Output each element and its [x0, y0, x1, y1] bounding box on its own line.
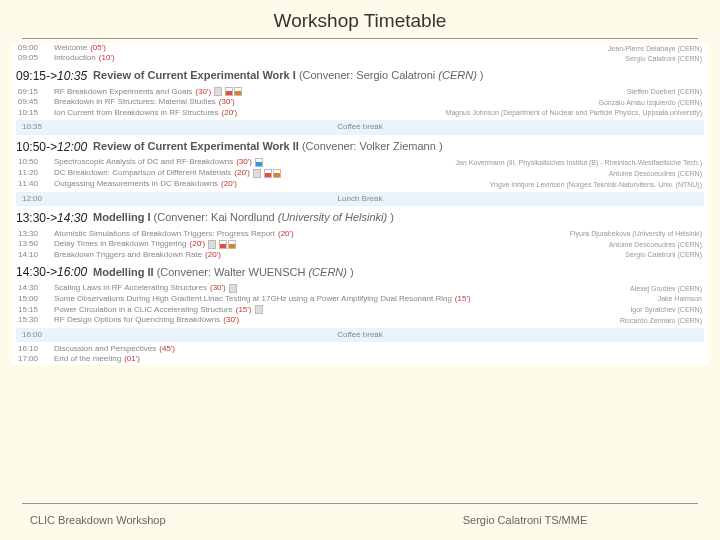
talk-name: Scaling Laws in RF Accelerating Structur…: [54, 284, 630, 293]
session-header-1: 09:15->10:35 Review of Current Experimen…: [16, 68, 704, 85]
author: Riccardo Zennaro (CERN): [620, 317, 702, 324]
intro-row: 09:00 Welcome (05') Jean-Pierre Delahaye…: [16, 43, 704, 53]
slides-icon[interactable]: [208, 240, 216, 249]
author: Sergio Calatroni (CERN): [625, 55, 702, 62]
slides-icon[interactable]: [255, 305, 263, 314]
talk-name: DC Breakdown: Comparison of Different Ma…: [54, 169, 609, 178]
talk-name: Outgassing Measurements in DC Breakdowns…: [54, 180, 489, 188]
time-cell: 10:15: [18, 109, 54, 117]
table-row: 15:30 RF Design Options for Quenching Br…: [16, 315, 704, 325]
footer: CLIC Breakdown Workshop Sergio Calatroni…: [0, 514, 720, 526]
time-cell: 17:00: [18, 355, 54, 363]
time-cell: 09:00: [18, 44, 54, 52]
table-row: 15:15 Power Circulation in a CLIC Accele…: [16, 304, 704, 315]
time-cell: 09:45: [18, 98, 54, 106]
divider-top: [22, 38, 698, 39]
talk-name: RF Design Options for Quenching Breakdow…: [54, 316, 620, 324]
break-row: 16:00Coffee break: [16, 328, 704, 342]
table-row: 09:15 RF Breakdown Experiments and Goals…: [16, 86, 704, 97]
time-cell: 11:20: [18, 169, 54, 177]
session-header-4: 14:30->16:00 Modelling II (Convener: Wal…: [16, 264, 704, 281]
talk-name: Breakdown in RF Structures: Material Stu…: [54, 98, 599, 106]
talk-name: Atomistic Simulations of Breakdown Trigg…: [54, 230, 570, 238]
table-row: 16:10 Discussion and Perspectives (45'): [16, 344, 704, 354]
talk-name: Introduction (10'): [54, 54, 625, 62]
slides-icon[interactable]: [253, 169, 261, 178]
table-row: 13:30 Atomistic Simulations of Breakdown…: [16, 229, 704, 239]
author: Yngve Inntjore Levinsen (Norges Teknisk-…: [489, 181, 702, 188]
time-cell: 11:40: [18, 180, 54, 188]
time-cell: 09:15: [18, 88, 54, 96]
time-cell: 13:50: [18, 240, 54, 248]
time-cell: 15:00: [18, 295, 54, 303]
timetable-content: 09:00 Welcome (05') Jean-Pierre Delahaye…: [12, 43, 708, 365]
table-row: 11:20 DC Breakdown: Comparison of Differ…: [16, 168, 704, 179]
time-cell: 15:15: [18, 306, 54, 314]
talk-name: Ion Current from Breakdowns in RF Struct…: [54, 109, 446, 117]
break-row: 12:00Lunch Break: [16, 192, 704, 206]
table-row: 13:50 Delay Times in Breakdown Triggerin…: [16, 239, 704, 250]
table-row: 09:45 Breakdown in RF Structures: Materi…: [16, 97, 704, 107]
table-row: 14:30 Scaling Laws in RF Accelerating St…: [16, 283, 704, 294]
table-row: 14:10 Breakdown Triggers and Breakdown R…: [16, 250, 704, 260]
divider-bottom: [22, 503, 698, 504]
page-title: Workshop Timetable: [12, 10, 708, 32]
time-cell: 10:50: [18, 158, 54, 166]
author: Antoine Descoeudres (CERN): [609, 241, 702, 248]
author: Alexej Grudiev (CERN): [630, 285, 702, 292]
talk-name: Breakdown Triggers and Breakdown Rate (2…: [54, 251, 625, 259]
time-cell: 16:10: [18, 345, 54, 353]
session-header-2: 10:50->12:00 Review of Current Experimen…: [16, 139, 704, 156]
author: Jan Kovermann (III. Physikalisches Insti…: [456, 159, 702, 166]
time-cell: 14:30: [18, 284, 54, 292]
pdf-icon[interactable]: [264, 169, 281, 178]
talk-name: End of the meeting (01'): [54, 355, 702, 363]
time-cell: 09:05: [18, 54, 54, 62]
table-row: 17:00 End of the meeting (01'): [16, 354, 704, 364]
talk-name: Delay Times in Breakdown Triggering (20'…: [54, 240, 609, 249]
author: Flyura Djurabekova (University of Helsin…: [570, 230, 702, 237]
session-header-3: 13:30->14:30 Modelling I (Convener: Kai …: [16, 210, 704, 227]
time-cell: 14:10: [18, 251, 54, 259]
slides-icon[interactable]: [214, 87, 222, 96]
author: Magnus Johnson (Department of Nuclear an…: [446, 109, 702, 116]
table-row: 10:50 Spectroscopic Analysis of DC and R…: [16, 157, 704, 168]
author: Jean-Pierre Delahaye (CERN): [608, 45, 702, 52]
break-row: 10:35Coffee break: [16, 120, 704, 134]
doc-icon[interactable]: [255, 158, 263, 167]
talk-name: Power Circulation in a CLIC Accelerating…: [54, 305, 630, 314]
author: Sergio Calatroni (CERN): [625, 251, 702, 258]
author: Steffen Doebert (CERN): [627, 88, 702, 95]
table-row: 10:15 Ion Current from Breakdowns in RF …: [16, 108, 704, 118]
time-cell: 13:30: [18, 230, 54, 238]
table-row: 15:00 Some Observations During High Grad…: [16, 294, 704, 304]
author: Igor Syratchev (CERN): [630, 306, 702, 313]
intro-row: 09:05 Introduction (10') Sergio Calatron…: [16, 53, 704, 63]
talk-name: Spectroscopic Analysis of DC and RF Brea…: [54, 158, 456, 167]
talk-name: Discussion and Perspectives (45'): [54, 345, 702, 353]
talk-name: Some Observations During High Gradient L…: [54, 295, 658, 303]
slides-icon[interactable]: [229, 284, 237, 293]
author: Jake Haimson: [658, 295, 702, 302]
footer-center: Sergio Calatroni TS/MME: [360, 514, 690, 526]
table-row: 11:40 Outgassing Measurements in DC Brea…: [16, 179, 704, 189]
time-cell: 15:30: [18, 316, 54, 324]
footer-left: CLIC Breakdown Workshop: [30, 514, 360, 526]
talk-name: RF Breakdown Experiments and Goals (30'): [54, 87, 627, 96]
pdf-icon[interactable]: [219, 240, 236, 249]
author: Gonzalo Arnau Izquierdo (CERN): [599, 99, 703, 106]
talk-name: Welcome (05'): [54, 44, 608, 52]
pdf-icon[interactable]: [225, 87, 242, 96]
author: Antoine Descoeudres (CERN): [609, 170, 702, 177]
